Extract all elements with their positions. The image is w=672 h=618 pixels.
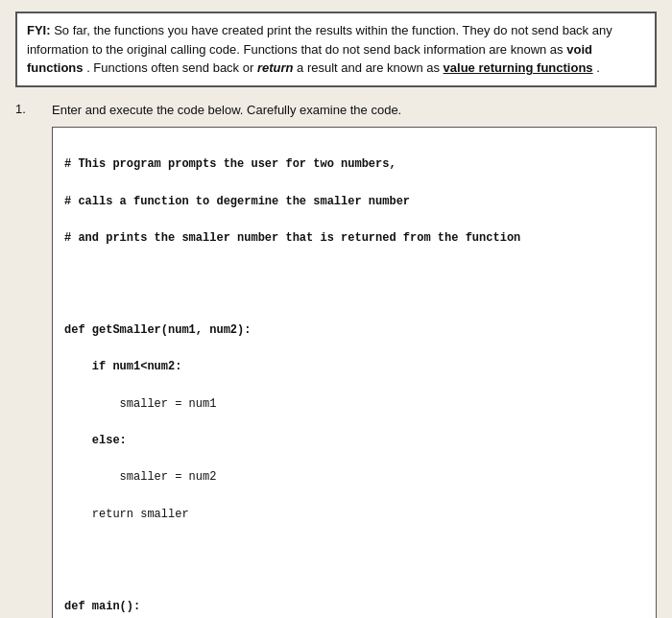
code-blank2	[64, 562, 71, 576]
fyi-label: FYI:	[27, 23, 51, 37]
q1-number: 1.	[15, 101, 42, 116]
code-smaller-num1: smaller = num1	[64, 397, 216, 411]
code-comment1: # This program prompts the user for two …	[64, 157, 396, 171]
code-box: # This program prompts the user for two …	[52, 127, 657, 618]
code-def-main: def main():	[64, 600, 140, 613]
code-if-line: if num1<num2:	[64, 360, 181, 373]
question-1-block: 1. Enter and execute the code below. Car…	[15, 101, 657, 619]
code-def-getSmaller: def getSmaller(num1, num2):	[64, 323, 251, 337]
main-content: 1. Enter and execute the code below. Car…	[15, 101, 657, 619]
fyi-text3: a result and are known as	[297, 60, 443, 75]
code-comment2: # calls a function to degermine the smal…	[64, 195, 410, 208]
code-comment3: # and prints the smaller number that is …	[64, 231, 520, 245]
fyi-text4: .	[596, 60, 600, 75]
q1-body: Enter and execute the code below. Carefu…	[52, 101, 657, 619]
q1-instruction: Enter and execute the code below. Carefu…	[52, 101, 657, 120]
fyi-bold2: value returning functions	[444, 60, 593, 75]
fyi-text2: . Functions often send back or	[86, 60, 257, 75]
code-else-line: else:	[64, 434, 127, 447]
fyi-text1: So far, the functions you have created p…	[27, 23, 612, 57]
code-blank1	[64, 287, 71, 300]
code-smaller-num2: smaller = num2	[64, 470, 216, 484]
fyi-italic1: return	[257, 60, 294, 75]
fyi-box: FYI: So far, the functions you have crea…	[15, 12, 657, 87]
code-return-line: return smaller	[64, 508, 189, 521]
